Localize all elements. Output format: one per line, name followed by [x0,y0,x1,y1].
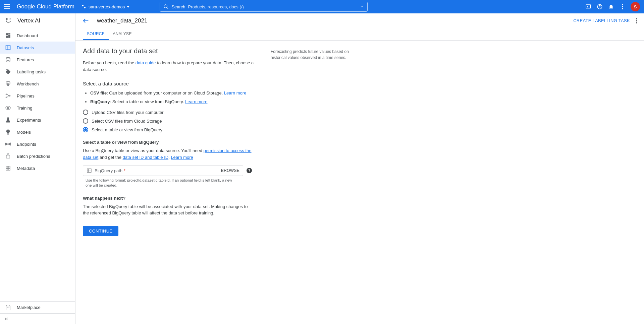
search-label: Search [171,4,185,9]
intro-text: Before you begin, read the data guide to… [83,60,254,73]
workbench-icon [5,80,11,87]
bigquery-path-input[interactable]: BigQuery path * BROWSE [83,165,243,176]
product-header[interactable]: Vertex AI [0,13,75,28]
radio-option[interactable]: Select a table or view from BigQuery [83,127,254,132]
learn-more-link[interactable]: Learn more [224,90,246,95]
header-bar: Google Cloud Platform sara-vertex-demos … [0,0,644,13]
utilities-icon[interactable] [619,3,626,10]
sidebar: Vertex AI DashboardDatasetsFeaturesLabel… [0,13,75,324]
notifications-icon[interactable] [608,3,614,10]
radio-option[interactable]: Select CSV files from Cloud Storage [83,118,254,124]
sidebar-collapse[interactable] [0,313,75,324]
sidebar-item-pipelines[interactable]: Pipelines [0,90,75,102]
svg-point-4 [600,8,600,8]
sidebar-item-marketplace[interactable]: Marketplace [0,301,75,313]
sidebar-item-label: Batch predictions [17,154,50,159]
side-note: Forecasting predicts future values based… [271,49,358,61]
sidebar-item-dashboard[interactable]: Dashboard [0,29,75,42]
svg-rect-27 [8,166,10,168]
continue-button[interactable]: CONTINUE [83,226,118,236]
sidebar-item-label: Labelling tasks [17,69,46,74]
svg-point-23 [7,107,9,109]
sidebar-item-models[interactable]: Models [0,126,75,138]
field-label: BigQuery path * [95,168,125,173]
learn-more-bq-link[interactable]: Learn more [171,155,193,160]
svg-rect-12 [6,33,8,35]
datasets-icon [5,44,11,51]
field-help-icon[interactable]: ? [247,168,252,173]
table-icon [87,168,92,173]
create-labelling-task-link[interactable]: CREATE LABELLING TASK [573,18,630,23]
dropdown-arrow-icon [127,6,129,8]
svg-rect-28 [6,169,8,170]
svg-point-34 [636,20,637,21]
radio-icon [83,118,88,124]
svg-point-0 [164,5,167,8]
next-heading: What happens next? [83,196,254,201]
page-header: weather_data_2021 CREATE LABELLING TASK [75,13,644,28]
sidebar-item-workbench[interactable]: Workbench [0,78,75,90]
source-bullet: CSV file: Can be uploaded from your comp… [90,90,254,96]
sidebar-item-label: Datasets [17,45,34,50]
svg-point-35 [636,22,637,23]
sidebar-item-datasets[interactable]: Datasets [0,42,75,54]
svg-point-5 [622,4,623,5]
models-icon [5,129,11,135]
svg-rect-2 [586,5,591,8]
avatar[interactable]: S [631,2,640,11]
sidebar-item-label: Models [17,130,31,135]
svg-rect-26 [6,166,8,168]
field-hint: Use the following format: projectId.data… [83,178,237,188]
sidebar-item-features[interactable]: Features [0,54,75,66]
metadata-icon [5,165,11,172]
sidebar-item-label: Dashboard [17,33,38,38]
product-name: Vertex AI [17,17,40,24]
batch-predictions-icon [5,153,11,159]
svg-point-19 [6,57,10,59]
help-icon[interactable] [596,3,603,10]
sidebar-item-label: Workbench [17,81,39,86]
bigquery-heading: Select a table or view from BigQuery [83,140,254,145]
svg-point-33 [636,18,637,19]
sidebar-item-metadata[interactable]: Metadata [0,162,75,174]
sidebar-item-labelling-tasks[interactable]: Labelling tasks [0,66,75,78]
hamburger-menu[interactable] [4,3,12,11]
ids-link[interactable]: data set ID and table ID [123,155,169,160]
tab-analyse[interactable]: ANALYSE [109,28,136,40]
sidebar-item-label: Metadata [17,166,35,171]
radio-option[interactable]: Upload CSV files from your computer [83,110,254,115]
sidebar-item-label: Endpoints [17,142,36,147]
browse-button[interactable]: BROWSE [221,168,239,173]
cloud-shell-icon[interactable] [585,3,592,10]
sidebar-item-experiments[interactable]: Experiments [0,114,75,126]
bigquery-desc: Use a BigQuery table or view as your dat… [83,147,254,160]
svg-rect-25 [6,155,10,158]
svg-rect-16 [6,46,10,50]
platform-logo[interactable]: Google Cloud Platform [17,3,74,10]
sidebar-item-training[interactable]: Training [0,102,75,114]
tab-source[interactable]: SOURCE [83,28,109,40]
select-source-heading: Select a data source [83,81,254,86]
data-guide-link[interactable]: data guide [136,60,156,65]
sidebar-item-label: Marketplace [17,305,41,310]
training-icon [5,105,11,111]
features-icon [5,56,11,63]
more-options-icon[interactable] [636,18,637,23]
radio-label: Select a table or view from BigQuery [92,127,162,132]
sidebar-item-label: Experiments [17,118,41,123]
learn-more-link[interactable]: Learn more [185,99,207,104]
next-desc: The selected BigQuery table will be asso… [83,203,254,216]
labelling-tasks-icon [5,68,11,75]
project-name: sara-vertex-demos [89,4,125,9]
sidebar-item-label: Training [17,106,32,111]
sidebar-item-endpoints[interactable]: Endpoints [0,138,75,150]
dashboard-icon [5,32,11,39]
project-selector[interactable]: sara-vertex-demos [81,4,129,9]
radio-icon [83,110,88,115]
search-bar[interactable]: Search Products, resources, docs (/) [160,2,368,12]
radio-icon [83,127,88,132]
sidebar-item-label: Pipelines [17,93,35,99]
back-arrow-icon[interactable] [82,17,90,24]
sidebar-item-batch-predictions[interactable]: Batch predictions [0,150,75,162]
project-icon [81,4,87,9]
